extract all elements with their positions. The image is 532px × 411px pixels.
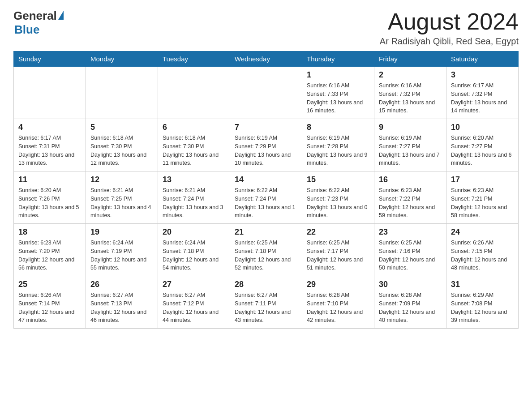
- month-title: August 2024: [380, 9, 519, 34]
- day-number: 6: [163, 123, 225, 132]
- day-info: Sunrise: 6:16 AMSunset: 7:32 PMDaylight:…: [379, 81, 442, 115]
- week-row-5: 25 Sunrise: 6:26 AMSunset: 7:14 PMDaylig…: [14, 276, 519, 329]
- calendar-cell-w3-d7: 17 Sunrise: 6:23 AMSunset: 7:21 PMDaylig…: [446, 171, 519, 224]
- day-number: 8: [307, 123, 369, 132]
- calendar-cell-w1-d5: 1 Sunrise: 6:16 AMSunset: 7:33 PMDayligh…: [302, 67, 374, 119]
- day-number: 23: [379, 227, 442, 237]
- calendar-cell-w4-d1: 18 Sunrise: 6:23 AMSunset: 7:20 PMDaylig…: [14, 224, 86, 276]
- day-number: 12: [90, 175, 153, 184]
- day-info: Sunrise: 6:27 AMSunset: 7:12 PMDaylight:…: [163, 291, 225, 325]
- calendar-cell-w4-d7: 24 Sunrise: 6:26 AMSunset: 7:15 PMDaylig…: [446, 224, 519, 276]
- day-number: 20: [163, 227, 225, 237]
- day-number: 25: [18, 280, 81, 289]
- day-number: 10: [451, 123, 514, 132]
- calendar-cell-w4-d3: 20 Sunrise: 6:24 AMSunset: 7:18 PMDaylig…: [158, 224, 230, 276]
- day-number: 29: [307, 280, 369, 289]
- day-info: Sunrise: 6:21 AMSunset: 7:24 PMDaylight:…: [163, 186, 225, 220]
- day-info: Sunrise: 6:19 AMSunset: 7:27 PMDaylight:…: [379, 134, 442, 167]
- day-number: 28: [235, 280, 297, 289]
- calendar-cell-w4-d5: 22 Sunrise: 6:25 AMSunset: 7:17 PMDaylig…: [302, 224, 374, 276]
- day-number: 17: [451, 175, 514, 184]
- day-number: 18: [18, 227, 81, 237]
- calendar-cell-w1-d1: [14, 67, 86, 119]
- col-monday: Monday: [86, 51, 158, 67]
- day-number: 22: [307, 227, 369, 237]
- day-number: 15: [307, 175, 369, 184]
- week-row-2: 4 Sunrise: 6:17 AMSunset: 7:31 PMDayligh…: [14, 119, 519, 171]
- calendar-table: Sunday Monday Tuesday Wednesday Thursday…: [13, 51, 519, 329]
- day-number: 16: [379, 175, 442, 184]
- day-number: 14: [235, 175, 297, 184]
- calendar-cell-w5-d1: 25 Sunrise: 6:26 AMSunset: 7:14 PMDaylig…: [14, 276, 86, 329]
- day-info: Sunrise: 6:25 AMSunset: 7:17 PMDaylight:…: [307, 239, 369, 272]
- day-number: 9: [379, 123, 442, 132]
- day-info: Sunrise: 6:16 AMSunset: 7:33 PMDaylight:…: [307, 81, 369, 115]
- calendar-cell-w4-d2: 19 Sunrise: 6:24 AMSunset: 7:19 PMDaylig…: [86, 224, 158, 276]
- day-number: 1: [307, 70, 369, 80]
- calendar-cell-w5-d3: 27 Sunrise: 6:27 AMSunset: 7:12 PMDaylig…: [158, 276, 230, 329]
- calendar-cell-w3-d4: 14 Sunrise: 6:22 AMSunset: 7:24 PMDaylig…: [230, 171, 302, 224]
- day-info: Sunrise: 6:22 AMSunset: 7:23 PMDaylight:…: [307, 186, 369, 220]
- day-info: Sunrise: 6:26 AMSunset: 7:15 PMDaylight:…: [451, 239, 514, 272]
- day-info: Sunrise: 6:18 AMSunset: 7:30 PMDaylight:…: [163, 134, 225, 167]
- day-number: 27: [163, 280, 225, 289]
- col-thursday: Thursday: [302, 51, 374, 67]
- day-number: 3: [451, 70, 514, 80]
- calendar-cell-w5-d7: 31 Sunrise: 6:29 AMSunset: 7:08 PMDaylig…: [446, 276, 519, 329]
- day-number: 24: [451, 227, 514, 237]
- calendar-cell-w5-d2: 26 Sunrise: 6:27 AMSunset: 7:13 PMDaylig…: [86, 276, 158, 329]
- day-info: Sunrise: 6:20 AMSunset: 7:26 PMDaylight:…: [18, 186, 81, 220]
- week-row-1: 1 Sunrise: 6:16 AMSunset: 7:33 PMDayligh…: [14, 67, 519, 119]
- col-saturday: Saturday: [446, 51, 519, 67]
- location-subtitle: Ar Radisiyah Qibli, Red Sea, Egypt: [380, 36, 519, 47]
- calendar-cell-w5-d5: 29 Sunrise: 6:28 AMSunset: 7:10 PMDaylig…: [302, 276, 374, 329]
- day-number: 5: [90, 123, 153, 132]
- day-info: Sunrise: 6:27 AMSunset: 7:11 PMDaylight:…: [235, 291, 297, 325]
- calendar-cell-w2-d4: 7 Sunrise: 6:19 AMSunset: 7:29 PMDayligh…: [230, 119, 302, 171]
- day-info: Sunrise: 6:23 AMSunset: 7:21 PMDaylight:…: [451, 186, 514, 220]
- calendar-cell-w3-d2: 12 Sunrise: 6:21 AMSunset: 7:25 PMDaylig…: [86, 171, 158, 224]
- day-info: Sunrise: 6:29 AMSunset: 7:08 PMDaylight:…: [451, 291, 514, 325]
- week-row-4: 18 Sunrise: 6:23 AMSunset: 7:20 PMDaylig…: [14, 224, 519, 276]
- day-info: Sunrise: 6:19 AMSunset: 7:29 PMDaylight:…: [235, 134, 297, 167]
- day-info: Sunrise: 6:20 AMSunset: 7:27 PMDaylight:…: [451, 134, 514, 167]
- col-tuesday: Tuesday: [158, 51, 230, 67]
- calendar-cell-w2-d2: 5 Sunrise: 6:18 AMSunset: 7:30 PMDayligh…: [86, 119, 158, 171]
- col-wednesday: Wednesday: [230, 51, 302, 67]
- day-number: 19: [90, 227, 153, 237]
- col-friday: Friday: [374, 51, 446, 67]
- calendar-cell-w2-d3: 6 Sunrise: 6:18 AMSunset: 7:30 PMDayligh…: [158, 119, 230, 171]
- day-number: 4: [18, 123, 81, 132]
- calendar-cell-w1-d6: 2 Sunrise: 6:16 AMSunset: 7:32 PMDayligh…: [374, 67, 446, 119]
- day-info: Sunrise: 6:17 AMSunset: 7:31 PMDaylight:…: [18, 134, 81, 167]
- day-info: Sunrise: 6:28 AMSunset: 7:09 PMDaylight:…: [379, 291, 442, 325]
- calendar-cell-w1-d3: [158, 67, 230, 119]
- calendar-cell-w1-d2: [86, 67, 158, 119]
- calendar-cell-w4-d6: 23 Sunrise: 6:25 AMSunset: 7:16 PMDaylig…: [374, 224, 446, 276]
- calendar-cell-w4-d4: 21 Sunrise: 6:25 AMSunset: 7:18 PMDaylig…: [230, 224, 302, 276]
- day-info: Sunrise: 6:25 AMSunset: 7:16 PMDaylight:…: [379, 239, 442, 272]
- page-header: General Blue August 2024 Ar Radisiyah Qi…: [13, 9, 519, 47]
- day-number: 11: [18, 175, 81, 184]
- calendar-cell-w3-d1: 11 Sunrise: 6:20 AMSunset: 7:26 PMDaylig…: [14, 171, 86, 224]
- logo: General Blue: [13, 9, 64, 37]
- day-info: Sunrise: 6:22 AMSunset: 7:24 PMDaylight:…: [235, 186, 297, 220]
- col-sunday: Sunday: [14, 51, 86, 67]
- calendar-cell-w1-d4: [230, 67, 302, 119]
- day-info: Sunrise: 6:27 AMSunset: 7:13 PMDaylight:…: [90, 291, 153, 325]
- calendar-cell-w2-d7: 10 Sunrise: 6:20 AMSunset: 7:27 PMDaylig…: [446, 119, 519, 171]
- day-info: Sunrise: 6:18 AMSunset: 7:30 PMDaylight:…: [90, 134, 153, 167]
- day-number: 13: [163, 175, 225, 184]
- day-info: Sunrise: 6:26 AMSunset: 7:14 PMDaylight:…: [18, 291, 81, 325]
- calendar-cell-w2-d6: 9 Sunrise: 6:19 AMSunset: 7:27 PMDayligh…: [374, 119, 446, 171]
- calendar-cell-w2-d1: 4 Sunrise: 6:17 AMSunset: 7:31 PMDayligh…: [14, 119, 86, 171]
- day-number: 30: [379, 280, 442, 289]
- calendar-header-row: Sunday Monday Tuesday Wednesday Thursday…: [14, 51, 519, 67]
- calendar-cell-w3-d6: 16 Sunrise: 6:23 AMSunset: 7:22 PMDaylig…: [374, 171, 446, 224]
- day-info: Sunrise: 6:24 AMSunset: 7:19 PMDaylight:…: [90, 239, 153, 272]
- day-number: 2: [379, 70, 442, 80]
- calendar-cell-w2-d5: 8 Sunrise: 6:19 AMSunset: 7:28 PMDayligh…: [302, 119, 374, 171]
- day-number: 21: [235, 227, 297, 237]
- day-number: 31: [451, 280, 514, 289]
- day-info: Sunrise: 6:19 AMSunset: 7:28 PMDaylight:…: [307, 134, 369, 167]
